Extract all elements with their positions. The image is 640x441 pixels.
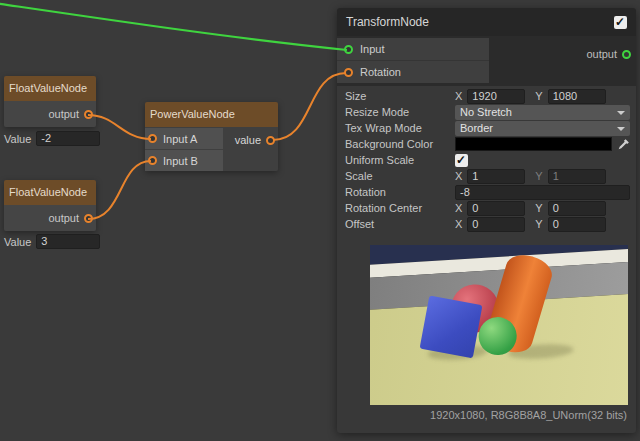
rotation-label: Rotation <box>345 186 455 198</box>
offset-row: Offset X 0 Y 0 <box>337 216 636 232</box>
size-row: Size X 1920 Y 1080 <box>337 88 636 104</box>
offset-label: Offset <box>345 218 455 230</box>
tex-wrap-mode-value: Border <box>460 122 493 134</box>
background-color-row: Background Color <box>337 136 636 152</box>
texture-preview <box>370 245 628 405</box>
tex-wrap-mode-dropdown[interactable]: Border <box>455 121 630 136</box>
chevron-down-icon <box>617 111 625 115</box>
value-output-port-dot[interactable] <box>266 136 275 145</box>
input-b-label: Input B <box>163 155 198 167</box>
rotation-port-row[interactable]: Rotation <box>337 61 489 83</box>
offset-y-field[interactable]: 0 <box>548 217 606 232</box>
chevron-down-icon <box>617 127 625 131</box>
y-axis-label: Y <box>535 218 542 230</box>
input-port-label: Input <box>360 43 384 55</box>
size-y-field[interactable]: 1080 <box>548 89 606 104</box>
value-output-port-row[interactable]: value <box>235 134 275 146</box>
wire-float2-to-input-b[interactable] <box>88 161 151 219</box>
uniform-scale-row: Uniform Scale <box>337 152 636 168</box>
preview-blue-cube <box>420 295 483 358</box>
properties-list: Size X 1920 Y 1080 Resize Mode No Stretc… <box>337 86 636 232</box>
y-axis-label: Y <box>535 170 542 182</box>
node-title[interactable]: FloatValueNode <box>4 76 96 101</box>
rotation-row: Rotation -8 <box>337 184 636 200</box>
float-value-node-1[interactable]: FloatValueNode output <box>4 76 96 127</box>
transform-node-panel[interactable]: TransformNode Input Rotation output <box>337 8 636 433</box>
rotation-center-row: Rotation Center X 0 Y 0 <box>337 200 636 216</box>
rotation-port-dot[interactable] <box>344 68 353 77</box>
input-port-dot[interactable] <box>344 45 353 54</box>
offset-x-field[interactable]: 0 <box>467 217 525 232</box>
input-a-port-row[interactable]: Input A <box>145 128 223 149</box>
input-port-column: Input A Input B <box>145 128 223 172</box>
eyedropper-icon[interactable] <box>617 138 630 151</box>
node-title[interactable]: FloatValueNode <box>4 180 96 205</box>
output-port-label: output <box>48 108 79 120</box>
output-port-dot[interactable] <box>84 214 93 223</box>
ports-strip: Input Rotation output <box>337 36 636 86</box>
preview-format-caption: 1920x1080, R8G8B8A8_UNorm(32 bits) <box>430 409 627 421</box>
x-axis-label: X <box>455 170 462 182</box>
rotation-field[interactable]: -8 <box>455 185 630 200</box>
wire-offscreen-to-input[interactable] <box>0 3 347 50</box>
transform-node-header[interactable]: TransformNode <box>337 8 636 36</box>
float1-value-field[interactable]: -2 <box>36 131 100 146</box>
scale-x-field[interactable]: 1 <box>467 169 525 184</box>
rotation-center-x-field[interactable]: 0 <box>467 201 525 216</box>
rotation-port-label: Rotation <box>360 66 401 78</box>
x-axis-label: X <box>455 218 462 230</box>
background-color-swatch[interactable] <box>455 137 612 151</box>
size-x-field[interactable]: 1920 <box>467 89 525 104</box>
input-b-port-row[interactable]: Input B <box>145 150 223 171</box>
x-axis-label: X <box>455 202 462 214</box>
wire-power-to-rotation[interactable] <box>273 73 346 140</box>
rotation-center-label: Rotation Center <box>345 202 455 214</box>
uniform-scale-label: Uniform Scale <box>345 154 455 166</box>
scale-y-field: 1 <box>548 169 606 184</box>
y-axis-label: Y <box>535 90 542 102</box>
background-color-label: Background Color <box>345 138 455 150</box>
resize-mode-value: No Stretch <box>460 106 512 118</box>
float2-value-row: Value 3 <box>4 234 100 249</box>
tex-wrap-mode-row: Tex Wrap Mode Border <box>337 120 636 136</box>
input-a-port-dot[interactable] <box>148 134 157 143</box>
node-body: output <box>4 205 96 231</box>
resize-mode-label: Resize Mode <box>345 106 455 118</box>
y-axis-label: Y <box>535 202 542 214</box>
float-value-node-2[interactable]: FloatValueNode output <box>4 180 96 231</box>
input-a-label: Input A <box>163 133 197 145</box>
rotation-center-y-field[interactable]: 0 <box>548 201 606 216</box>
preview-3d-scene <box>370 245 628 405</box>
output-port-row[interactable]: output <box>586 48 631 60</box>
input-b-port-dot[interactable] <box>148 156 157 165</box>
value-label: Value <box>4 133 31 145</box>
resize-mode-dropdown[interactable]: No Stretch <box>455 105 630 120</box>
transform-node-title: TransformNode <box>346 15 429 29</box>
uniform-scale-checkbox[interactable] <box>455 154 468 167</box>
resize-mode-row: Resize Mode No Stretch <box>337 104 636 120</box>
output-port-label: output <box>586 48 617 60</box>
node-graph-canvas: FloatValueNode output Value -2 FloatValu… <box>0 0 640 441</box>
node-enabled-checkbox[interactable] <box>614 16 627 29</box>
x-axis-label: X <box>455 90 462 102</box>
float1-value-row: Value -2 <box>4 131 100 146</box>
node-body: output <box>4 101 96 127</box>
output-port-dot[interactable] <box>622 50 631 59</box>
node-body: Input A Input B value <box>145 127 278 171</box>
input-ports-box: Input Rotation <box>337 38 489 83</box>
output-port-dot[interactable] <box>84 110 93 119</box>
tex-wrap-mode-label: Tex Wrap Mode <box>345 122 455 134</box>
value-output-label: value <box>235 134 261 146</box>
size-label: Size <box>345 90 455 102</box>
value-label: Value <box>4 236 31 248</box>
float2-value-field[interactable]: 3 <box>36 234 100 249</box>
node-title[interactable]: PowerValueNode <box>145 102 278 127</box>
scale-label: Scale <box>345 170 455 182</box>
input-port-row[interactable]: Input <box>337 38 489 61</box>
power-value-node[interactable]: PowerValueNode Input A Input B value <box>145 102 278 171</box>
scale-row: Scale X 1 Y 1 <box>337 168 636 184</box>
output-port-label: output <box>48 212 79 224</box>
